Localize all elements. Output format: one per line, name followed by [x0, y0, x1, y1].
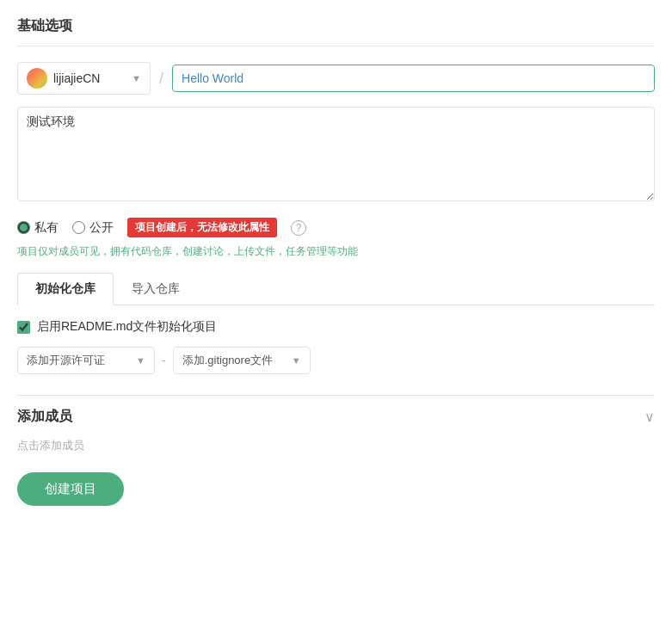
readme-checkbox-row: 启用README.md文件初始化项目	[17, 319, 655, 335]
add-members-title: 添加成员	[17, 408, 72, 426]
license-chevron-icon: ▼	[136, 355, 145, 366]
select-row: 添加开源许可证 ▼ - 添加.gitignore文件 ▼	[17, 347, 655, 374]
privacy-row: 私有 公开 项目创建后，无法修改此属性 ?	[17, 218, 655, 237]
privacy-hint: 项目仅对成员可见，拥有代码仓库，创建讨论，上传文件，任务管理等功能	[17, 244, 655, 259]
public-radio-label[interactable]: 公开	[72, 220, 114, 236]
private-label: 私有	[34, 220, 59, 236]
add-members-hint: 点击添加成员	[17, 438, 655, 453]
add-members-section: 添加成员 ∨	[17, 395, 655, 426]
chevron-right-icon: ∨	[644, 409, 655, 425]
owner-select[interactable]: lijiajieCN ▼	[17, 62, 151, 95]
private-radio-label[interactable]: 私有	[17, 220, 59, 236]
dot-separator: -	[162, 354, 166, 367]
project-name-input[interactable]	[172, 65, 655, 92]
section-basic-title: 基础选项	[17, 17, 655, 46]
help-icon[interactable]: ?	[291, 220, 306, 236]
license-select[interactable]: 添加开源许可证 ▼	[17, 347, 155, 374]
chevron-down-icon: ▼	[132, 73, 141, 83]
readme-label: 启用README.md文件初始化项目	[37, 319, 217, 335]
license-label: 添加开源许可证	[27, 353, 105, 368]
owner-project-row: lijiajieCN ▼ /	[17, 62, 655, 95]
gitignore-label: 添加.gitignore文件	[182, 353, 273, 368]
description-textarea[interactable]: 测试环境	[17, 107, 655, 201]
tab-init[interactable]: 初始化仓库	[17, 273, 114, 305]
create-project-button[interactable]: 创建项目	[17, 472, 124, 506]
public-label: 公开	[89, 220, 114, 236]
private-radio[interactable]	[17, 221, 30, 234]
privacy-notice-badge: 项目创建后，无法修改此属性	[127, 218, 277, 237]
section-basic: 基础选项 lijiajieCN ▼ / 测试环境 私有 公开 项目创建后，无法修…	[17, 17, 655, 374]
gitignore-chevron-icon: ▼	[292, 355, 301, 366]
owner-name: lijiajieCN	[53, 71, 126, 85]
tab-import[interactable]: 导入仓库	[114, 273, 198, 305]
slash-separator: /	[159, 70, 163, 88]
owner-avatar	[27, 68, 47, 89]
tab-bar: 初始化仓库 导入仓库	[17, 273, 655, 305]
gitignore-select[interactable]: 添加.gitignore文件 ▼	[173, 347, 311, 374]
readme-checkbox[interactable]	[17, 321, 30, 334]
public-radio[interactable]	[72, 221, 85, 234]
